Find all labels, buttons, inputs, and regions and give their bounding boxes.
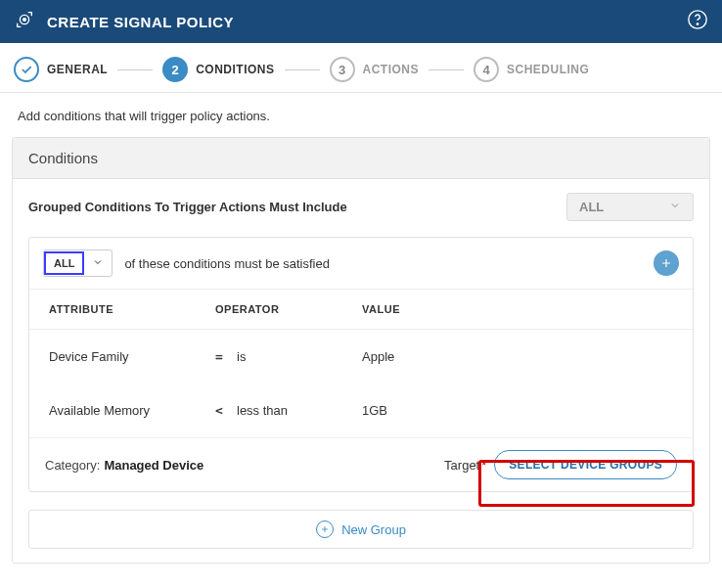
condition-attribute: Device Family [49, 349, 215, 364]
page-title: CREATE SIGNAL POLICY [47, 14, 687, 30]
condition-value: 1GB [362, 403, 673, 418]
step-number: 3 [330, 57, 355, 82]
grouped-include-select[interactable]: ALL [566, 193, 694, 221]
chevron-down-icon [84, 250, 112, 276]
operator-symbol: = [215, 349, 227, 364]
condition-group-header: ALL of these conditions must be satisfie… [29, 238, 693, 290]
step-conditions[interactable]: 2 CONDITIONS [162, 57, 274, 82]
target-label: Target [444, 458, 479, 473]
step-label: ACTIONS [363, 63, 420, 76]
add-condition-button[interactable] [654, 250, 679, 276]
select-value: ALL [44, 251, 84, 275]
step-general[interactable]: GENERAL [14, 57, 108, 82]
step-label: GENERAL [47, 63, 108, 76]
step-separator [117, 69, 153, 70]
operator-text: less than [237, 403, 288, 418]
chevron-down-icon [669, 200, 681, 214]
step-number: 4 [474, 57, 499, 82]
condition-value: Apple [362, 349, 673, 364]
required-indicator: * [481, 458, 486, 473]
match-mode-text: of these conditions must be satisfied [124, 256, 330, 271]
operator-symbol: < [215, 403, 227, 418]
condition-group-footer: Category: Managed Device Target * SELECT… [29, 437, 693, 491]
help-icon[interactable] [687, 9, 708, 34]
conditions-table-header: ATTRIBUTE OPERATOR VALUE [29, 290, 693, 330]
col-value: VALUE [362, 303, 673, 315]
step-number: 2 [162, 57, 188, 82]
step-separator [429, 69, 464, 70]
category-label: Category: [45, 458, 100, 473]
svg-point-1 [23, 19, 26, 22]
condition-row[interactable]: Device Family =is Apple [29, 330, 693, 384]
condition-group: ALL of these conditions must be satisfie… [28, 237, 694, 492]
svg-point-3 [697, 23, 698, 24]
operator-text: is [237, 349, 246, 364]
step-scheduling[interactable]: 4 SCHEDULING [474, 57, 589, 82]
panel-title: Conditions [13, 138, 709, 179]
grouped-include-row: Grouped Conditions To Trigger Actions Mu… [28, 193, 694, 221]
condition-row[interactable]: Available Memory <less than 1GB [29, 384, 693, 437]
select-device-groups-button[interactable]: SELECT DEVICE GROUPS [494, 450, 677, 479]
condition-attribute: Available Memory [49, 403, 215, 418]
condition-operator: <less than [215, 403, 362, 418]
page-description: Add conditions that will trigger policy … [0, 93, 722, 137]
check-icon [14, 57, 39, 82]
plus-circle-icon [316, 520, 334, 538]
condition-operator: =is [215, 349, 362, 364]
wizard-stepper: GENERAL 2 CONDITIONS 3 ACTIONS 4 SCHEDUL… [0, 43, 722, 93]
match-mode-select[interactable]: ALL [43, 249, 113, 277]
signal-policy-icon [14, 9, 35, 34]
grouped-include-label: Grouped Conditions To Trigger Actions Mu… [28, 200, 347, 214]
conditions-panel: Conditions Grouped Conditions To Trigger… [12, 137, 710, 564]
new-group-button[interactable]: New Group [28, 510, 694, 549]
col-operator: OPERATOR [215, 303, 362, 315]
titlebar: CREATE SIGNAL POLICY [0, 0, 722, 43]
step-label: CONDITIONS [196, 63, 274, 76]
select-value: ALL [579, 200, 604, 214]
step-separator [285, 69, 320, 70]
category-value: Managed Device [104, 458, 203, 473]
new-group-label: New Group [341, 522, 406, 537]
step-label: SCHEDULING [507, 63, 589, 76]
step-actions[interactable]: 3 ACTIONS [330, 57, 420, 82]
col-attribute: ATTRIBUTE [49, 303, 215, 315]
